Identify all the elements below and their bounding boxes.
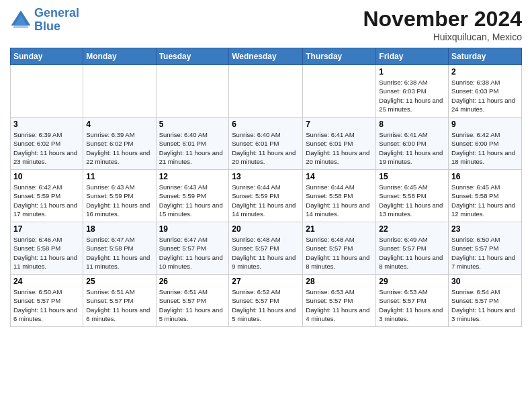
day-info: Sunrise: 6:39 AM Sunset: 6:02 PM Dayligh… <box>13 130 80 166</box>
day-number: 18 <box>86 224 152 234</box>
day-cell: 22Sunrise: 6:49 AM Sunset: 5:57 PM Dayli… <box>376 222 449 275</box>
day-header-monday: Monday <box>83 48 156 65</box>
calendar-table: SundayMondayTuesdayWednesdayThursdayFrid… <box>10 48 522 327</box>
day-number: 13 <box>232 172 300 181</box>
day-number: 11 <box>86 172 152 181</box>
day-cell: 13Sunrise: 6:44 AM Sunset: 5:59 PM Dayli… <box>229 170 303 222</box>
day-number: 15 <box>379 172 445 181</box>
day-info: Sunrise: 6:48 AM Sunset: 5:57 PM Dayligh… <box>306 235 373 271</box>
day-number: 30 <box>451 277 519 286</box>
day-cell: 12Sunrise: 6:43 AM Sunset: 5:59 PM Dayli… <box>156 170 229 222</box>
day-info: Sunrise: 6:40 AM Sunset: 6:01 PM Dayligh… <box>232 130 300 166</box>
month-title: November 2024 <box>363 7 522 32</box>
day-cell <box>11 65 83 118</box>
week-row-3: 10Sunrise: 6:42 AM Sunset: 5:59 PM Dayli… <box>11 170 522 222</box>
location: Huixquilucan, Mexico <box>363 32 522 42</box>
day-cell: 27Sunrise: 6:52 AM Sunset: 5:57 PM Dayli… <box>229 275 303 327</box>
day-cell: 20Sunrise: 6:48 AM Sunset: 5:57 PM Dayli… <box>229 222 303 275</box>
day-info: Sunrise: 6:40 AM Sunset: 6:01 PM Dayligh… <box>159 130 226 166</box>
day-info: Sunrise: 6:42 AM Sunset: 6:00 PM Dayligh… <box>451 130 519 166</box>
day-info: Sunrise: 6:45 AM Sunset: 5:58 PM Dayligh… <box>379 183 445 218</box>
day-cell: 3Sunrise: 6:39 AM Sunset: 6:02 PM Daylig… <box>11 118 83 170</box>
day-info: Sunrise: 6:53 AM Sunset: 5:57 PM Dayligh… <box>306 287 373 323</box>
day-info: Sunrise: 6:39 AM Sunset: 6:02 PM Dayligh… <box>86 130 152 166</box>
day-cell: 5Sunrise: 6:40 AM Sunset: 6:01 PM Daylig… <box>156 118 229 170</box>
day-header-tuesday: Tuesday <box>156 48 229 65</box>
day-number: 16 <box>451 172 519 181</box>
day-header-saturday: Saturday <box>449 48 522 65</box>
day-cell: 1Sunrise: 6:38 AM Sunset: 6:03 PM Daylig… <box>376 65 449 118</box>
day-info: Sunrise: 6:51 AM Sunset: 5:57 PM Dayligh… <box>159 287 226 323</box>
day-number: 27 <box>232 277 300 286</box>
day-cell: 28Sunrise: 6:53 AM Sunset: 5:57 PM Dayli… <box>303 275 376 327</box>
day-header-wednesday: Wednesday <box>229 48 303 65</box>
logo-line1: General <box>34 6 79 19</box>
day-number: 5 <box>159 120 226 129</box>
day-header-thursday: Thursday <box>303 48 376 65</box>
day-cell: 7Sunrise: 6:41 AM Sunset: 6:01 PM Daylig… <box>303 118 376 170</box>
day-number: 17 <box>13 224 80 234</box>
title-block: November 2024 Huixquilucan, Mexico <box>363 7 522 42</box>
day-info: Sunrise: 6:51 AM Sunset: 5:57 PM Dayligh… <box>86 287 152 323</box>
day-cell: 23Sunrise: 6:50 AM Sunset: 5:57 PM Dayli… <box>449 222 522 275</box>
day-cell: 14Sunrise: 6:44 AM Sunset: 5:58 PM Dayli… <box>303 170 376 222</box>
day-info: Sunrise: 6:43 AM Sunset: 5:59 PM Dayligh… <box>159 183 226 218</box>
day-number: 28 <box>306 277 373 286</box>
calendar-page: General Blue November 2024 Huixquilucan,… <box>0 0 532 411</box>
day-info: Sunrise: 6:44 AM Sunset: 5:58 PM Dayligh… <box>306 183 373 218</box>
day-number: 9 <box>451 120 519 129</box>
day-info: Sunrise: 6:42 AM Sunset: 5:59 PM Dayligh… <box>13 183 80 218</box>
day-cell: 6Sunrise: 6:40 AM Sunset: 6:01 PM Daylig… <box>229 118 303 170</box>
day-number: 21 <box>306 224 373 234</box>
logo-icon <box>10 9 32 31</box>
week-row-1: 1Sunrise: 6:38 AM Sunset: 6:03 PM Daylig… <box>11 65 522 118</box>
day-cell: 9Sunrise: 6:42 AM Sunset: 6:00 PM Daylig… <box>449 118 522 170</box>
day-cell: 18Sunrise: 6:47 AM Sunset: 5:58 PM Dayli… <box>83 222 156 275</box>
day-cell <box>229 65 303 118</box>
day-info: Sunrise: 6:44 AM Sunset: 5:59 PM Dayligh… <box>232 183 300 218</box>
day-number: 19 <box>159 224 226 234</box>
day-cell: 29Sunrise: 6:53 AM Sunset: 5:57 PM Dayli… <box>376 275 449 327</box>
day-number: 12 <box>159 172 226 181</box>
day-cell: 26Sunrise: 6:51 AM Sunset: 5:57 PM Dayli… <box>156 275 229 327</box>
day-number: 8 <box>379 120 445 129</box>
day-cell: 17Sunrise: 6:46 AM Sunset: 5:58 PM Dayli… <box>11 222 83 275</box>
week-row-4: 17Sunrise: 6:46 AM Sunset: 5:58 PM Dayli… <box>11 222 522 275</box>
day-cell: 15Sunrise: 6:45 AM Sunset: 5:58 PM Dayli… <box>376 170 449 222</box>
day-info: Sunrise: 6:48 AM Sunset: 5:57 PM Dayligh… <box>232 235 300 271</box>
day-number: 23 <box>451 224 519 234</box>
day-cell: 16Sunrise: 6:45 AM Sunset: 5:58 PM Dayli… <box>449 170 522 222</box>
day-number: 24 <box>13 277 80 286</box>
day-info: Sunrise: 6:49 AM Sunset: 5:57 PM Dayligh… <box>379 235 445 271</box>
day-info: Sunrise: 6:41 AM Sunset: 6:01 PM Dayligh… <box>306 130 373 166</box>
day-cell: 21Sunrise: 6:48 AM Sunset: 5:57 PM Dayli… <box>303 222 376 275</box>
week-row-2: 3Sunrise: 6:39 AM Sunset: 6:02 PM Daylig… <box>11 118 522 170</box>
logo-text: General Blue <box>34 7 79 34</box>
day-cell: 10Sunrise: 6:42 AM Sunset: 5:59 PM Dayli… <box>11 170 83 222</box>
day-cell: 11Sunrise: 6:43 AM Sunset: 5:59 PM Dayli… <box>83 170 156 222</box>
day-number: 29 <box>379 277 445 286</box>
day-number: 7 <box>306 120 373 129</box>
day-cell: 30Sunrise: 6:54 AM Sunset: 5:57 PM Dayli… <box>449 275 522 327</box>
day-cell <box>156 65 229 118</box>
day-info: Sunrise: 6:53 AM Sunset: 5:57 PM Dayligh… <box>379 287 445 323</box>
day-cell: 19Sunrise: 6:47 AM Sunset: 5:57 PM Dayli… <box>156 222 229 275</box>
day-info: Sunrise: 6:38 AM Sunset: 6:03 PM Dayligh… <box>379 78 445 113</box>
day-cell <box>83 65 156 118</box>
day-number: 4 <box>86 120 152 129</box>
day-info: Sunrise: 6:54 AM Sunset: 5:57 PM Dayligh… <box>451 287 519 323</box>
day-info: Sunrise: 6:47 AM Sunset: 5:58 PM Dayligh… <box>86 235 152 271</box>
logo-line2: Blue <box>34 19 60 33</box>
day-number: 6 <box>232 120 300 129</box>
day-info: Sunrise: 6:41 AM Sunset: 6:00 PM Dayligh… <box>379 130 445 166</box>
week-row-5: 24Sunrise: 6:50 AM Sunset: 5:57 PM Dayli… <box>11 275 522 327</box>
day-header-sunday: Sunday <box>11 48 83 65</box>
day-info: Sunrise: 6:47 AM Sunset: 5:57 PM Dayligh… <box>159 235 226 271</box>
header: General Blue November 2024 Huixquilucan,… <box>10 7 522 42</box>
day-info: Sunrise: 6:52 AM Sunset: 5:57 PM Dayligh… <box>232 287 300 323</box>
day-cell: 8Sunrise: 6:41 AM Sunset: 6:00 PM Daylig… <box>376 118 449 170</box>
day-cell: 25Sunrise: 6:51 AM Sunset: 5:57 PM Dayli… <box>83 275 156 327</box>
day-info: Sunrise: 6:43 AM Sunset: 5:59 PM Dayligh… <box>86 183 152 218</box>
day-number: 3 <box>13 120 80 129</box>
day-info: Sunrise: 6:50 AM Sunset: 5:57 PM Dayligh… <box>13 287 80 323</box>
